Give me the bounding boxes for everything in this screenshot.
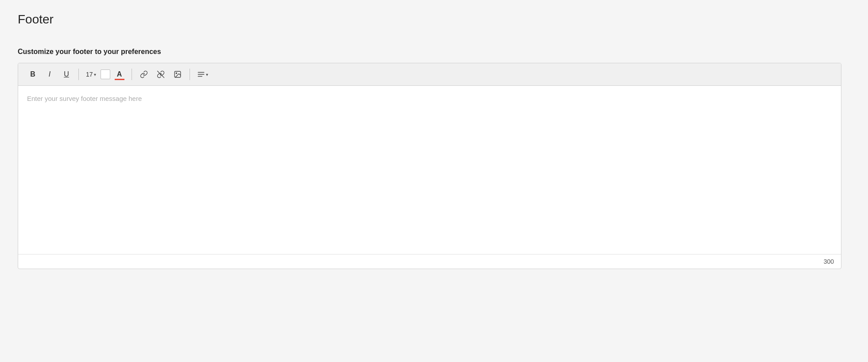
divider-1 [78, 69, 79, 80]
text-color-button[interactable]: A [112, 67, 127, 82]
divider-2 [132, 69, 132, 80]
font-size-button[interactable]: 17 ▾ [83, 69, 99, 80]
align-icon [197, 70, 205, 78]
section-label: Customize your footer to your preference… [18, 48, 850, 56]
editor-container: B I U 17 ▾ A [18, 63, 841, 269]
svg-point-2 [176, 73, 177, 73]
italic-button[interactable]: I [42, 67, 57, 82]
page-title: Footer [18, 12, 850, 27]
image-icon [174, 70, 182, 78]
color-picker-box[interactable] [101, 69, 110, 79]
special-link-icon [157, 70, 165, 78]
bold-button[interactable]: B [25, 67, 40, 82]
chevron-down-icon: ▾ [94, 72, 96, 77]
editor-footer-bar: 300 [18, 254, 841, 269]
special-link-button[interactable] [153, 67, 168, 82]
page-container: Footer Customize your footer to your pre… [0, 0, 868, 362]
image-button[interactable] [170, 67, 185, 82]
link-icon [140, 70, 148, 78]
editor-toolbar: B I U 17 ▾ A [18, 63, 841, 86]
font-size-value: 17 [86, 71, 93, 78]
divider-3 [190, 69, 190, 80]
text-color-label: A [117, 70, 122, 78]
align-button[interactable]: ▾ [194, 69, 211, 80]
underline-button[interactable]: U [59, 67, 74, 82]
char-count: 300 [824, 258, 834, 265]
align-chevron-icon: ▾ [206, 72, 208, 77]
editor-body[interactable]: Enter your survey footer message here [18, 86, 841, 254]
editor-placeholder: Enter your survey footer message here [27, 95, 142, 102]
link-button[interactable] [136, 67, 151, 82]
